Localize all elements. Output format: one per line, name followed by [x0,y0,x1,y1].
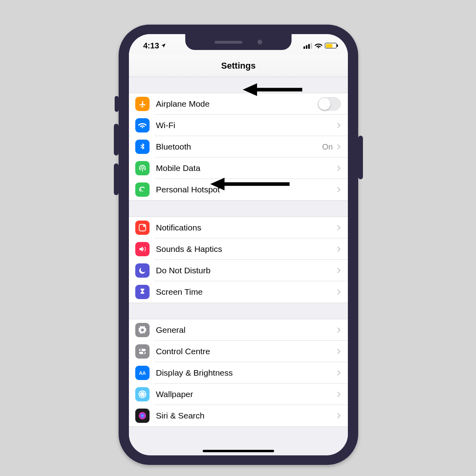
nav-header: Settings [129,55,348,77]
row-label: Siri & Search [156,411,337,420]
settings-row-personal-hotspot[interactable]: Personal Hotspot [129,179,348,200]
wifi-icon [135,118,150,132]
row-detail: On [322,142,333,152]
svg-point-13 [143,392,146,394]
svg-point-1 [143,225,146,227]
notch [185,34,292,50]
chevron-right-icon [337,327,341,333]
settings-row-airplane-mode[interactable]: Airplane Mode [129,93,348,115]
dnd-icon [135,263,150,278]
mute-switch[interactable] [115,96,119,112]
sounds-icon [135,242,150,256]
row-label: Sounds & Haptics [156,244,337,254]
row-label: Bluetooth [156,142,322,152]
row-label: General [156,325,337,335]
settings-group: NotificationsSounds & HapticsDo Not Dist… [129,217,348,303]
settings-row-wallpaper[interactable]: Wallpaper [129,384,348,405]
volume-down-button[interactable] [114,163,119,195]
svg-point-12 [140,392,142,394]
hotspot-icon [135,182,150,197]
notifications-icon [135,221,150,235]
row-label: Display & Brightness [156,368,337,378]
antenna-icon [135,161,150,175]
settings-row-sounds-haptics[interactable]: Sounds & Haptics [129,238,348,260]
row-label: Do Not Disturb [156,266,337,275]
settings-scroll[interactable]: Airplane ModeWi-FiBluetoothOnMobile Data… [129,77,348,455]
settings-row-siri-search[interactable]: Siri & Search [129,405,348,426]
row-label: Wi-Fi [156,121,337,130]
svg-point-14 [140,395,142,397]
settings-group: GeneralControl CentreAADisplay & Brightn… [129,319,348,427]
svg-point-15 [143,395,146,397]
settings-row-control-centre[interactable]: Control Centre [129,341,348,362]
chevron-right-icon [337,267,341,274]
bluetooth-icon [135,140,150,154]
status-time: 4:13 [143,41,159,50]
svg-point-3 [140,349,142,351]
chevron-right-icon [337,348,341,355]
volume-up-button[interactable] [114,124,119,155]
chevron-right-icon [337,186,341,193]
settings-group: Airplane ModeWi-FiBluetoothOnMobile Data… [129,93,348,201]
siri-icon [135,409,150,423]
chevron-right-icon [337,144,341,150]
row-label: Notifications [156,223,337,232]
svg-rect-4 [139,352,146,354]
settings-row-display-brightness[interactable]: AADisplay & Brightness [129,362,348,384]
svg-rect-2 [139,349,146,351]
switches-icon [135,344,150,359]
row-label: Wallpaper [156,390,337,399]
aa-icon: AA [135,366,150,380]
settings-row-screen-time[interactable]: Screen Time [129,281,348,303]
chevron-right-icon [337,225,341,231]
screen: 4:13 Settings Airplane ModeWi [129,34,348,455]
airplane-mode-toggle[interactable] [318,97,341,111]
settings-row-mobile-data[interactable]: Mobile Data [129,157,348,179]
chevron-right-icon [337,246,341,252]
home-indicator[interactable] [203,450,274,452]
chevron-right-icon [337,165,341,171]
location-icon [161,43,166,48]
svg-point-5 [143,352,145,354]
settings-row-bluetooth[interactable]: BluetoothOn [129,136,348,157]
settings-row-general[interactable]: General [129,319,348,341]
settings-row-notifications[interactable]: Notifications [129,217,348,238]
row-label: Airplane Mode [156,99,318,109]
svg-text:AA: AA [139,370,146,376]
chevron-right-icon [337,413,341,419]
flower-icon [135,387,150,401]
wifi-icon [315,42,322,50]
chevron-right-icon [337,391,341,397]
row-label: Control Centre [156,347,337,356]
settings-row-wi-fi[interactable]: Wi-Fi [129,115,348,136]
airplane-icon [135,97,150,111]
gear-icon [135,323,150,337]
hourglass-icon [135,285,150,299]
settings-row-do-not-disturb[interactable]: Do Not Disturb [129,260,348,281]
row-label: Personal Hotspot [156,185,337,194]
phone-frame: 4:13 Settings Airplane ModeWi [119,25,358,465]
svg-point-16 [139,412,146,419]
cellular-signal-icon [303,43,312,49]
side-button[interactable] [358,136,363,179]
chevron-right-icon [337,370,341,376]
chevron-right-icon [337,122,341,129]
row-label: Mobile Data [156,163,337,173]
battery-icon [325,43,337,48]
row-label: Screen Time [156,287,337,297]
chevron-right-icon [337,289,341,295]
svg-point-7 [141,393,144,395]
page-title: Settings [221,61,256,71]
